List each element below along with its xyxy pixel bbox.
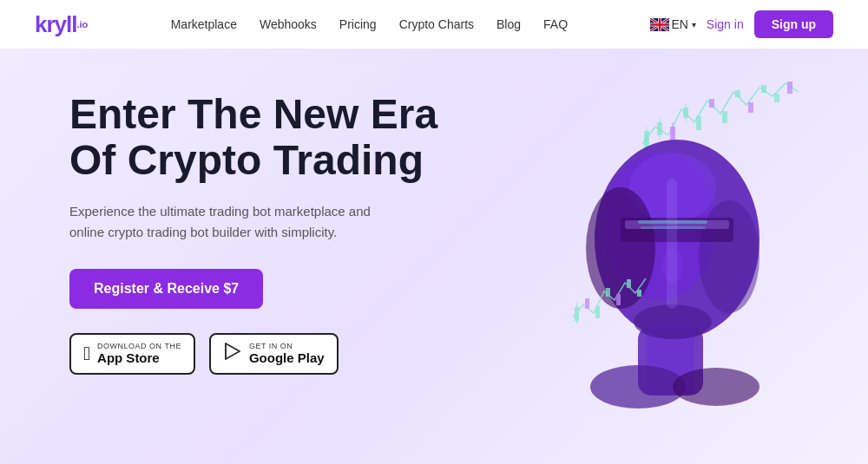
nav-faq[interactable]: FAQ <box>543 17 568 31</box>
svg-rect-10 <box>696 116 701 130</box>
nav-crypto-charts[interactable]: Crypto Charts <box>399 17 474 31</box>
lang-selector[interactable]: EN ▾ <box>650 17 695 31</box>
hero-illustration <box>451 66 816 430</box>
google-play-button[interactable]: GET IN ON Google Play <box>209 333 339 375</box>
nav-actions: EN ▾ Sign in Sign up <box>650 10 833 38</box>
svg-rect-36 <box>606 288 610 297</box>
flag-icon <box>650 18 667 30</box>
hero-content: Enter The New Era Of Crypto Trading Expe… <box>69 83 477 401</box>
app-store-large: App Store <box>97 350 181 366</box>
google-play-large: Google Play <box>249 350 325 366</box>
svg-point-41 <box>673 368 760 406</box>
app-store-small: Download on the <box>97 342 181 350</box>
svg-rect-35 <box>595 306 600 318</box>
nav: Marketplace Webhooks Pricing Crypto Char… <box>171 17 568 31</box>
google-play-small: GET IN ON <box>249 342 325 350</box>
svg-rect-38 <box>627 279 631 288</box>
nav-pricing[interactable]: Pricing <box>339 17 377 31</box>
hero-illustration-svg <box>486 66 816 413</box>
header: kryll .io Marketplace Webhooks Pricing C… <box>0 0 868 49</box>
svg-rect-39 <box>637 290 641 297</box>
apple-icon:  <box>83 343 90 365</box>
chevron-down-icon: ▾ <box>692 20 696 29</box>
play-triangle-icon <box>223 342 242 361</box>
svg-marker-1 <box>226 343 240 359</box>
app-store-button[interactable]:  Download on the App Store <box>69 333 195 375</box>
lang-label: EN <box>671 17 687 31</box>
nav-webhooks[interactable]: Webhooks <box>260 17 317 31</box>
hero-description: Experience the ultimate trading bot mark… <box>69 201 382 243</box>
store-buttons:  Download on the App Store GET IN ON Go… <box>69 333 477 375</box>
svg-point-40 <box>590 365 686 408</box>
uk-flag-svg <box>650 18 669 31</box>
logo-text: kryll <box>35 11 77 38</box>
google-play-icon <box>223 342 242 366</box>
app-store-text: Download on the App Store <box>97 342 181 366</box>
svg-point-22 <box>699 200 760 313</box>
svg-rect-14 <box>748 102 753 113</box>
svg-rect-17 <box>787 82 792 94</box>
nav-marketplace[interactable]: Marketplace <box>171 17 237 31</box>
svg-rect-11 <box>709 99 714 108</box>
svg-point-27 <box>634 304 712 339</box>
google-play-text: GET IN ON Google Play <box>249 342 325 366</box>
svg-rect-12 <box>722 111 727 123</box>
hero-section: Enter The New Era Of Crypto Trading Expe… <box>0 49 868 464</box>
hero-title: Enter The New Era Of Crypto Trading <box>69 92 477 184</box>
svg-rect-13 <box>735 90 740 97</box>
svg-rect-37 <box>616 294 621 305</box>
logo[interactable]: kryll .io <box>35 11 88 38</box>
signin-button[interactable]: Sign in <box>707 17 744 31</box>
svg-rect-16 <box>774 94 779 102</box>
register-button[interactable]: Register & Receive $7 <box>69 269 263 309</box>
signup-button[interactable]: Sign up <box>754 10 833 38</box>
logo-io: .io <box>77 19 89 29</box>
svg-rect-15 <box>761 85 766 93</box>
svg-rect-31 <box>667 179 677 309</box>
svg-rect-34 <box>585 298 589 309</box>
nav-blog[interactable]: Blog <box>496 17 521 31</box>
